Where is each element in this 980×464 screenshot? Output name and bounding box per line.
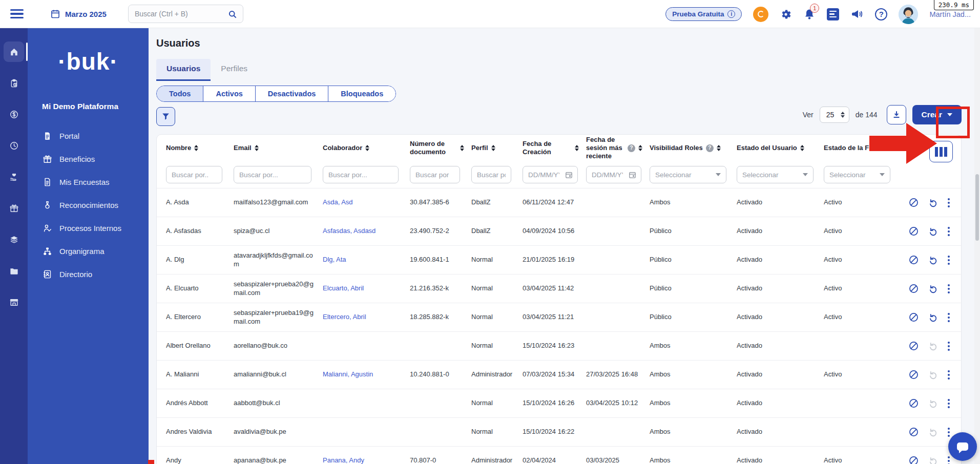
cell-colaborador[interactable]: Dlg, Ata bbox=[323, 256, 410, 264]
block-user-icon[interactable] bbox=[908, 283, 919, 294]
row-menu-icon[interactable] bbox=[947, 398, 951, 409]
sort-icon[interactable] bbox=[491, 145, 495, 151]
advanced-filter-button[interactable] bbox=[156, 107, 175, 126]
sidebar-item-beneficios[interactable]: Beneficios bbox=[28, 147, 149, 171]
filter-input-3[interactable] bbox=[323, 166, 399, 183]
download-button[interactable] bbox=[887, 105, 906, 124]
search-input[interactable] bbox=[129, 10, 243, 18]
reset-password-icon[interactable] bbox=[928, 341, 938, 351]
reset-password-icon[interactable] bbox=[928, 284, 938, 294]
row-menu-icon[interactable] bbox=[947, 341, 951, 352]
rail-item-hand-heart[interactable] bbox=[4, 166, 24, 187]
cell-colaborador[interactable]: Malianni, Agustin bbox=[323, 370, 410, 379]
block-user-icon[interactable] bbox=[908, 226, 919, 237]
sort-icon[interactable] bbox=[800, 145, 804, 151]
sidebar-item-mis-encuestas[interactable]: Mis Encuestas bbox=[28, 171, 149, 194]
reset-password-icon[interactable] bbox=[928, 226, 938, 237]
user-name[interactable]: Martín Jad... bbox=[929, 10, 971, 18]
filter-select-10[interactable]: Seleccionar bbox=[824, 166, 890, 183]
scrollbar-thumb[interactable] bbox=[975, 174, 979, 241]
hamburger-menu-icon[interactable] bbox=[10, 9, 24, 18]
trial-button[interactable]: Prueba Gratuita i bbox=[665, 7, 742, 21]
column-header-6[interactable]: Fecha de Creación bbox=[523, 140, 586, 157]
cell-colaborador[interactable]: Asfasdas, Asdasd bbox=[323, 227, 410, 236]
filter-select-9[interactable]: Seleccionar bbox=[737, 166, 814, 183]
create-button[interactable]: Crear bbox=[912, 105, 962, 124]
column-header-8[interactable]: Visibilidad Roles? bbox=[650, 144, 737, 152]
settings-gear-icon[interactable] bbox=[780, 8, 792, 20]
filter-date-6[interactable]: DD/MM/YYYY bbox=[523, 166, 578, 183]
filter-todos[interactable]: Todos bbox=[157, 86, 203, 101]
cell-colaborador[interactable]: Asda, Asd bbox=[323, 198, 410, 207]
filter-date-7[interactable]: DD/MM/YYYY bbox=[586, 166, 641, 183]
filter-desactivados[interactable]: Desactivados bbox=[256, 86, 329, 101]
column-header-9[interactable]: Estado del Usuario bbox=[737, 144, 824, 152]
sidebar-item-reconocimientos[interactable]: Reconocimientos bbox=[28, 194, 149, 217]
filter-input-1[interactable] bbox=[166, 166, 222, 183]
block-user-icon[interactable] bbox=[908, 312, 919, 323]
help-icon[interactable]: ? bbox=[875, 8, 887, 20]
row-menu-icon[interactable] bbox=[947, 312, 951, 323]
reset-password-icon[interactable] bbox=[928, 398, 938, 409]
column-header-7[interactable]: Fecha de sesión más reciente? bbox=[586, 136, 650, 161]
row-menu-icon[interactable] bbox=[947, 369, 951, 381]
block-user-icon[interactable] bbox=[908, 455, 919, 464]
avatar[interactable] bbox=[899, 5, 918, 24]
row-menu-icon[interactable] bbox=[947, 283, 951, 294]
reset-password-icon[interactable] bbox=[928, 255, 938, 265]
page-scrollbar[interactable] bbox=[974, 28, 980, 464]
period-selector[interactable]: Marzo 2025 bbox=[50, 9, 107, 19]
reset-password-icon[interactable] bbox=[928, 456, 938, 464]
reset-password-icon[interactable] bbox=[928, 427, 938, 437]
sort-icon[interactable] bbox=[717, 145, 721, 151]
column-header-5[interactable]: Perfil bbox=[471, 144, 523, 152]
cell-colaborador[interactable]: Eltercero, Abril bbox=[323, 313, 410, 322]
rail-item-gift[interactable] bbox=[4, 198, 24, 218]
column-header-2[interactable]: Email bbox=[234, 144, 323, 152]
block-user-icon[interactable] bbox=[908, 341, 919, 351]
sort-icon[interactable] bbox=[460, 145, 464, 151]
reset-password-icon[interactable] bbox=[928, 370, 938, 380]
sort-icon[interactable] bbox=[885, 145, 889, 151]
orange-app-icon[interactable] bbox=[753, 7, 768, 22]
cell-colaborador[interactable]: Panana, Andy bbox=[323, 456, 410, 464]
rail-item-home[interactable] bbox=[4, 41, 24, 62]
block-user-icon[interactable] bbox=[908, 427, 919, 437]
sidebar-item-procesos-internos[interactable]: Procesos Internos bbox=[28, 217, 149, 240]
cell-colaborador[interactable]: Elcuarto, Abril bbox=[323, 284, 410, 293]
block-user-icon[interactable] bbox=[908, 255, 919, 265]
tasks-document-icon[interactable] bbox=[827, 8, 839, 20]
rail-item-money[interactable] bbox=[4, 104, 24, 124]
rail-item-folder[interactable] bbox=[4, 260, 24, 281]
row-menu-icon[interactable] bbox=[947, 427, 951, 438]
sidebar-item-portal[interactable]: Portal bbox=[28, 124, 149, 147]
sort-icon[interactable] bbox=[255, 145, 259, 151]
block-user-icon[interactable] bbox=[908, 398, 919, 409]
rail-item-clipboard-clock[interactable] bbox=[4, 73, 24, 93]
sort-icon[interactable] bbox=[365, 145, 369, 151]
rail-item-store[interactable] bbox=[4, 291, 24, 312]
sort-icon[interactable] bbox=[638, 145, 642, 151]
sidebar-item-organigrama[interactable]: Organigrama bbox=[28, 240, 149, 263]
column-header-4[interactable]: Número de documento bbox=[410, 140, 471, 157]
chat-fab-button[interactable] bbox=[948, 432, 977, 461]
filter-input-4[interactable] bbox=[410, 166, 460, 183]
tab-perfiles[interactable]: Perfiles bbox=[211, 59, 258, 81]
rail-item-clock[interactable] bbox=[4, 135, 24, 156]
row-menu-icon[interactable] bbox=[947, 255, 951, 266]
block-user-icon[interactable] bbox=[908, 369, 919, 380]
column-header-10[interactable]: Estado de la Ficha bbox=[824, 144, 901, 152]
announcements-megaphone-icon[interactable] bbox=[850, 8, 864, 20]
column-header-3[interactable]: Colaborador bbox=[323, 144, 410, 152]
column-header-1[interactable]: Nombre bbox=[166, 144, 234, 152]
block-user-icon[interactable] bbox=[908, 197, 919, 208]
notifications-bell-icon[interactable]: 1 bbox=[803, 8, 816, 20]
search-icon[interactable] bbox=[227, 9, 238, 22]
sort-icon[interactable] bbox=[575, 145, 579, 151]
reset-password-icon[interactable] bbox=[928, 312, 938, 323]
rail-item-layers[interactable] bbox=[4, 229, 24, 249]
page-size-select[interactable]: 25 bbox=[820, 107, 849, 123]
row-menu-icon[interactable] bbox=[947, 455, 951, 464]
filter-select-8[interactable]: Seleccionar bbox=[650, 166, 726, 183]
filter-activos[interactable]: Activos bbox=[203, 86, 255, 101]
